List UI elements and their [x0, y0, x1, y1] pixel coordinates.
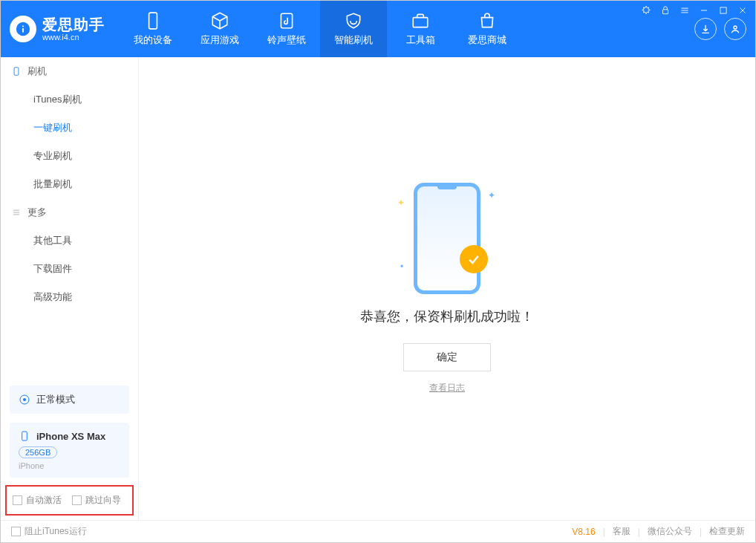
phone-notch	[437, 186, 457, 189]
sidebar-item-batch-flash[interactable]: 批量刷机	[1, 170, 138, 198]
checkbox-skip-guide[interactable]: 跳过向导	[72, 494, 121, 507]
svg-rect-0	[663, 10, 668, 14]
checkbox-label: 阻止iTunes运行	[25, 525, 87, 538]
app-title: 爱思助手	[42, 16, 105, 33]
sidebar-item-download-firmware[interactable]: 下载固件	[1, 255, 138, 283]
sidebar-group-flash: 刷机	[1, 57, 138, 85]
theme-icon[interactable]	[639, 3, 654, 18]
device-type: iPhone	[19, 461, 120, 470]
checkbox-label: 跳过向导	[85, 494, 121, 507]
group-title: 刷机	[27, 65, 47, 78]
mode-label: 正常模式	[36, 393, 75, 406]
ok-button[interactable]: 确定	[403, 343, 491, 371]
phone-icon	[143, 11, 163, 30]
lock-icon[interactable]	[658, 3, 673, 18]
sparkle-icon: •	[400, 261, 403, 272]
sidebar: 刷机 iTunes刷机 一键刷机 专业刷机 批量刷机 更多 其他工具 下载固件 …	[1, 57, 139, 520]
checkbox-icon	[72, 495, 82, 505]
version-label: V8.16	[572, 527, 595, 537]
maximize-button[interactable]	[716, 3, 731, 18]
sidebar-item-pro-flash[interactable]: 专业刷机	[1, 142, 138, 170]
tab-label: 爱思商城	[468, 33, 506, 47]
svg-rect-5	[720, 7, 726, 13]
device-icon	[11, 66, 22, 77]
bag-icon	[478, 11, 497, 30]
device-capacity: 256GB	[19, 446, 57, 458]
device-name: iPhone XS Max	[36, 431, 105, 442]
tab-label: 我的设备	[134, 33, 172, 47]
account-button[interactable]	[724, 18, 746, 40]
svg-rect-10	[413, 18, 428, 27]
svg-point-17	[23, 398, 26, 401]
close-button[interactable]	[735, 3, 750, 18]
check-update-link[interactable]: 检查更新	[709, 525, 745, 538]
svg-point-11	[734, 26, 737, 29]
sidebar-item-onekey-flash[interactable]: 一键刷机	[1, 114, 138, 142]
tab-store[interactable]: 爱思商城	[454, 1, 521, 57]
download-button[interactable]	[694, 18, 717, 40]
checkbox-auto-activate[interactable]: 自动激活	[13, 494, 62, 507]
list-icon	[11, 207, 22, 218]
device-info-box[interactable]: iPhone XS Max 256GB iPhone	[10, 423, 129, 478]
phone-outline-icon	[414, 183, 480, 294]
view-log-link[interactable]: 查看日志	[429, 382, 465, 394]
tab-label: 应用游戏	[201, 33, 239, 47]
tab-label: 智能刷机	[334, 33, 373, 47]
music-icon	[277, 11, 296, 30]
checkbox-label: 自动激活	[26, 494, 62, 507]
logo-icon	[10, 16, 36, 42]
checkbox-block-itunes[interactable]: 阻止iTunes运行	[11, 525, 87, 538]
tab-ringtones[interactable]: 铃声壁纸	[253, 1, 320, 57]
toolbox-icon	[411, 11, 430, 30]
tab-my-device[interactable]: 我的设备	[120, 1, 186, 57]
sidebar-item-advanced[interactable]: 高级功能	[1, 283, 138, 311]
tab-smart-flash[interactable]: 智能刷机	[320, 1, 387, 57]
minimize-button[interactable]	[697, 3, 711, 18]
svg-rect-18	[22, 432, 27, 440]
menu-icon[interactable]	[677, 3, 692, 18]
app-logo: 爱思助手 www.i4.cn	[10, 16, 105, 42]
sidebar-item-other-tools[interactable]: 其他工具	[1, 227, 138, 255]
support-link[interactable]: 客服	[613, 525, 630, 538]
checkmark-badge-icon	[460, 245, 488, 273]
phone-small-icon	[19, 430, 30, 442]
device-mode-box[interactable]: 正常模式	[10, 386, 129, 414]
status-bar: 阻止iTunes运行 V8.16 | 客服 | 微信公众号 | 检查更新	[1, 520, 755, 542]
wechat-link[interactable]: 微信公众号	[648, 525, 692, 538]
app-url: www.i4.cn	[42, 33, 105, 42]
tab-label: 工具箱	[406, 33, 435, 47]
main-content: ✦ ✦ • 恭喜您，保资料刷机成功啦！ 确定 查看日志	[139, 57, 755, 520]
tab-label: 铃声壁纸	[267, 33, 306, 47]
checkbox-icon	[11, 527, 21, 536]
sidebar-item-itunes-flash[interactable]: iTunes刷机	[1, 85, 138, 114]
sidebar-group-more: 更多	[1, 198, 138, 227]
svg-rect-9	[281, 13, 292, 28]
tab-toolbox[interactable]: 工具箱	[387, 1, 454, 57]
sparkle-icon: ✦	[397, 198, 405, 208]
highlighted-options: 自动激活 跳过向导	[5, 485, 134, 516]
svg-rect-8	[149, 13, 157, 29]
mode-icon	[19, 394, 30, 406]
refresh-shield-icon	[344, 11, 363, 30]
sparkle-icon: ✦	[488, 190, 495, 201]
success-illustration: ✦ ✦ •	[414, 183, 480, 294]
svg-rect-12	[14, 68, 19, 76]
cube-icon	[210, 11, 229, 30]
tab-apps-games[interactable]: 应用游戏	[186, 1, 253, 57]
checkbox-icon	[13, 495, 22, 505]
success-message: 恭喜您，保资料刷机成功啦！	[360, 308, 534, 325]
group-title: 更多	[27, 206, 47, 219]
